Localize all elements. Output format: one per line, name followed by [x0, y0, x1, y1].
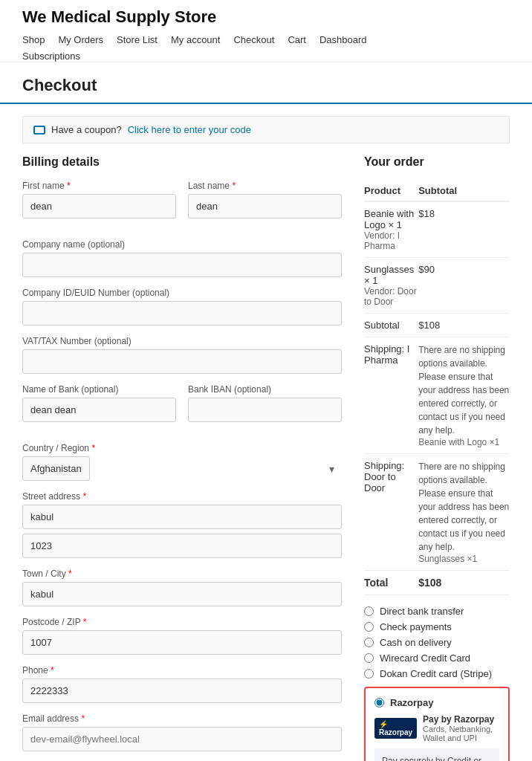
page-title-area: Checkout	[0, 62, 532, 104]
payment-option-1[interactable]: Check payments	[364, 621, 510, 632]
company-id-input[interactable]	[22, 301, 342, 326]
payment-option-3[interactable]: Wirecard Credit Card	[364, 652, 510, 664]
vat-label: VAT/TAX Number (optional)	[22, 336, 342, 346]
street-group: Street address *	[22, 491, 342, 558]
nav-my-account[interactable]: My account	[171, 34, 220, 45]
street-label: Street address *	[22, 491, 342, 502]
order-item-1-name: Beanie with Logo × 1 Vendor: I Pharma	[364, 201, 418, 258]
nav-my-orders[interactable]: My Orders	[58, 34, 103, 45]
shipping-dtd-label: Shipping: Door to Door	[364, 454, 418, 571]
razorpay-box: Razorpay ⚡ Razorpay Pay by Razorpay Card…	[364, 687, 510, 761]
payment-options: Direct bank transfer Check payments Cash…	[364, 606, 510, 761]
city-label: Town / City *	[22, 569, 342, 579]
email-label: Email address *	[22, 713, 342, 724]
payment-radio-0[interactable]	[364, 606, 374, 616]
city-input[interactable]	[22, 582, 342, 606]
razorpay-logo-row: ⚡ Razorpay Pay by Razorpay Cards, Netban…	[374, 714, 499, 742]
nav-store-list[interactable]: Store List	[117, 34, 158, 45]
total-row: Total $108	[364, 571, 510, 595]
order-item-1: Beanie with Logo × 1 Vendor: I Pharma $1…	[364, 201, 510, 258]
country-select[interactable]: Afghanistan	[22, 456, 90, 481]
vat-group: VAT/TAX Number (optional)	[22, 336, 342, 374]
shipping-dtd-row: Shipping: Door to Door There are no ship…	[364, 454, 510, 571]
razorpay-pay-label: Pay by Razorpay	[423, 714, 499, 725]
company-id-label: Company ID/EUID Number (optional)	[22, 288, 342, 298]
payment-label-0: Direct bank transfer	[380, 606, 464, 617]
site-title: We Medical Supply Store	[22, 7, 216, 34]
payment-radio-2[interactable]	[364, 638, 374, 647]
razorpay-logo: ⚡ Razorpay	[374, 718, 417, 739]
order-column: Your order Product Subtotal Beanie with …	[364, 155, 510, 761]
last-name-label: Last name *	[188, 181, 342, 191]
payment-option-4[interactable]: Dokan Credit card (Stripe)	[364, 668, 510, 679]
total-label: Total	[364, 571, 418, 595]
email-input[interactable]	[22, 727, 342, 751]
bank-name-group: Name of Bank (optional)	[22, 384, 176, 422]
bank-name-label: Name of Bank (optional)	[22, 384, 176, 395]
payment-radio-4[interactable]	[364, 669, 374, 679]
phone-input[interactable]	[22, 679, 342, 703]
company-name-group: Company name (optional)	[22, 239, 342, 277]
last-name-group: Last name *	[188, 181, 342, 218]
nav-sub: Subscriptions	[22, 50, 367, 62]
company-name-input[interactable]	[22, 253, 342, 277]
col-product: Product	[364, 181, 418, 201]
payment-label-4: Dokan Credit card (Stripe)	[380, 668, 492, 679]
nav-cart[interactable]: Cart	[288, 34, 306, 45]
name-row: First name * Last name *	[22, 181, 342, 229]
country-select-wrapper: Afghanistan	[22, 456, 342, 481]
razorpay-header: Razorpay	[374, 697, 499, 708]
bank-iban-group: Bank IBAN (optional)	[188, 384, 342, 422]
main-content: Billing details First name * Last name *…	[0, 155, 532, 761]
payment-label-2: Cash on delivery	[380, 637, 452, 648]
nav-shop[interactable]: Shop	[22, 34, 45, 45]
billing-title: Billing details	[22, 155, 342, 169]
postcode-group: Postcode / ZIP *	[22, 617, 342, 655]
vat-input[interactable]	[22, 349, 342, 374]
coupon-link[interactable]: Click here to enter your code	[128, 124, 251, 135]
country-label: Country / Region *	[22, 443, 342, 453]
first-name-group: First name *	[22, 181, 176, 218]
razorpay-description: Pay securely by Credit or Debit card or …	[374, 748, 499, 761]
nav-area: Shop My Orders Store List My account Che…	[22, 34, 367, 62]
payment-option-0[interactable]: Direct bank transfer	[364, 606, 510, 617]
coupon-text: Have a coupon?	[51, 124, 122, 135]
street-input-2[interactable]	[22, 534, 342, 558]
razorpay-radio[interactable]	[374, 698, 384, 707]
nav-top: Shop My Orders Store List My account Che…	[22, 34, 367, 45]
shipping-ipharma-label: Shipping: I Pharma	[364, 337, 418, 454]
order-item-1-subtotal: $18	[418, 201, 510, 258]
shipping-ipharma-row: Shipping: I Pharma There are no shipping…	[364, 337, 510, 454]
company-id-group: Company ID/EUID Number (optional)	[22, 288, 342, 326]
razorpay-label: Razorpay	[390, 697, 434, 708]
coupon-bar: Have a coupon? Click here to enter your …	[22, 116, 510, 143]
company-name-label: Company name (optional)	[22, 239, 342, 250]
city-group: Town / City *	[22, 569, 342, 606]
nav-dashboard[interactable]: Dashboard	[319, 34, 367, 45]
phone-group: Phone *	[22, 665, 342, 703]
payment-option-2[interactable]: Cash on delivery	[364, 637, 510, 648]
order-title: Your order	[364, 155, 510, 169]
street-input-1[interactable]	[22, 505, 342, 529]
payment-label-1: Check payments	[380, 621, 452, 632]
bank-row: Name of Bank (optional) Bank IBAN (optio…	[22, 384, 342, 433]
first-name-input[interactable]	[22, 194, 176, 218]
phone-label: Phone *	[22, 665, 342, 676]
coupon-icon	[33, 126, 45, 135]
first-name-label: First name *	[22, 181, 176, 191]
last-name-input[interactable]	[188, 194, 342, 218]
nav-checkout[interactable]: Checkout	[233, 34, 274, 45]
payment-radio-1[interactable]	[364, 622, 374, 632]
postcode-input[interactable]	[22, 630, 342, 655]
payment-radio-3[interactable]	[364, 653, 374, 663]
country-group: Country / Region * Afghanistan	[22, 443, 342, 481]
total-value: $108	[418, 571, 510, 595]
payment-label-3: Wirecard Credit Card	[380, 652, 470, 664]
bank-name-input[interactable]	[22, 398, 176, 422]
razorpay-logo-desc: Pay by Razorpay Cards, Netbanking, Walle…	[423, 714, 499, 742]
bank-iban-label: Bank IBAN (optional)	[188, 384, 342, 395]
shipping-ipharma-note: There are no shipping options available.…	[418, 337, 510, 454]
subtotal-row: Subtotal $108	[364, 314, 510, 337]
nav-subscriptions[interactable]: Subscriptions	[22, 51, 80, 62]
bank-iban-input[interactable]	[188, 398, 342, 422]
